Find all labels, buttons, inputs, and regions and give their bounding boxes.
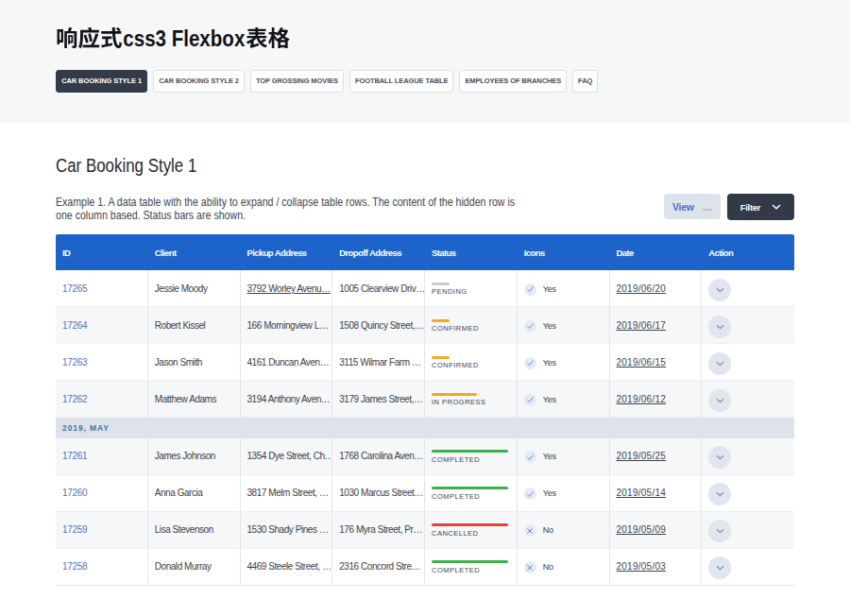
svg-text:css3 Flexbox: css3 Flexbox [123, 26, 245, 51]
